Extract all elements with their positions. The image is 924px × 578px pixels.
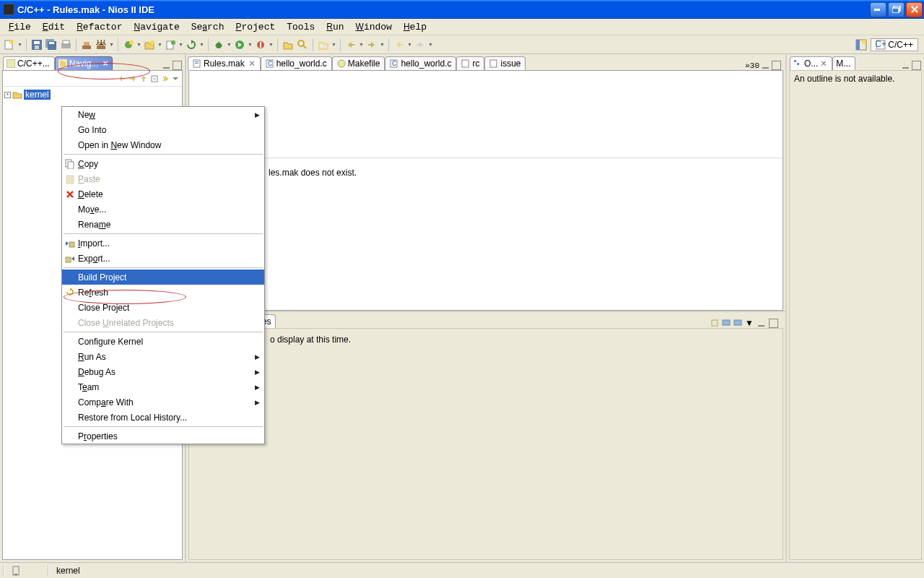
menu-icon[interactable]: [172, 75, 179, 82]
refresh-icon[interactable]: [185, 38, 198, 51]
maximize-view-icon[interactable]: [173, 61, 182, 70]
dropdown-icon[interactable]: ▼: [269, 39, 274, 51]
editor-tab-issue[interactable]: issue: [484, 56, 526, 70]
ctx-move[interactable]: Move...: [62, 202, 264, 217]
minimize-editor-icon[interactable]: [761, 61, 770, 70]
new-folder-icon[interactable]: [143, 38, 156, 51]
link-editor-icon[interactable]: [161, 74, 170, 83]
dropdown-icon[interactable]: ▼: [248, 39, 253, 51]
dropdown-icon[interactable]: ▼: [745, 318, 754, 328]
next-annotation-icon[interactable]: [365, 38, 378, 51]
up-icon[interactable]: [139, 74, 148, 83]
ctx-run-as[interactable]: Run As▶: [62, 349, 264, 364]
minimize-button[interactable]: [870, 2, 886, 17]
search-icon[interactable]: [296, 38, 309, 51]
run-icon[interactable]: [233, 38, 246, 51]
editor-tab-rc[interactable]: rc: [456, 56, 484, 70]
menu-run[interactable]: Run: [321, 20, 349, 34]
menu-file[interactable]: File: [3, 20, 37, 34]
display-icon[interactable]: [722, 319, 731, 327]
menu-window[interactable]: Window: [350, 20, 398, 34]
tab-navigator[interactable]: Navig... ×: [55, 56, 113, 70]
ctx-build-project[interactable]: Build Project: [62, 269, 264, 285]
dropdown-icon[interactable]: ▼: [331, 39, 336, 51]
menu-search[interactable]: Search: [186, 20, 230, 34]
dropdown-icon[interactable]: ▼: [380, 39, 385, 51]
menu-refactor[interactable]: Refactor: [71, 20, 128, 34]
ctx-go-into[interactable]: Go Into: [62, 122, 264, 137]
close-icon[interactable]: ✕: [247, 59, 256, 69]
tab-make[interactable]: M...: [832, 56, 855, 70]
dropdown-icon[interactable]: ▼: [136, 39, 141, 51]
dropdown-icon[interactable]: ▼: [178, 39, 183, 51]
toggle-mark-icon[interactable]: [317, 38, 330, 51]
menu-help[interactable]: Help: [398, 20, 432, 34]
external-tools-icon[interactable]: [254, 38, 267, 51]
dropdown-icon[interactable]: ▼: [17, 39, 22, 51]
open-type-icon[interactable]: [282, 38, 295, 51]
editor-tab-makefile[interactable]: Makefile: [332, 56, 385, 70]
tree-item-kernel[interactable]: + kernel: [4, 90, 180, 100]
pin-console-icon[interactable]: [710, 319, 719, 327]
expand-icon[interactable]: +: [4, 92, 11, 98]
minimize-view-icon[interactable]: [757, 319, 766, 328]
menu-edit[interactable]: Edit: [37, 20, 71, 34]
menu-project[interactable]: Project: [230, 20, 281, 34]
build-icon[interactable]: [80, 38, 93, 51]
save-icon[interactable]: [30, 38, 43, 51]
perspective-button[interactable]: C+ C/C++: [871, 38, 918, 51]
save-all-icon[interactable]: [45, 38, 58, 51]
dropdown-icon[interactable]: ▼: [109, 39, 114, 51]
menu-tools[interactable]: Tools: [281, 20, 321, 34]
editor-tab-hello1[interactable]: c hello_world.c: [261, 56, 332, 70]
ctx-import[interactable]: Import...: [62, 236, 264, 251]
ctx-close-project[interactable]: Close Project: [62, 300, 264, 315]
forward-icon[interactable]: [414, 38, 427, 51]
dropdown-icon[interactable]: ▼: [407, 39, 412, 51]
open-console-icon[interactable]: [733, 319, 742, 327]
new-icon[interactable]: [3, 38, 16, 51]
restore-button[interactable]: [888, 2, 905, 17]
maximize-view-icon[interactable]: [769, 319, 778, 328]
ctx-configure-kernel[interactable]: Configure Kernel: [62, 334, 264, 349]
back-icon[interactable]: [118, 74, 126, 83]
ctx-export[interactable]: Export...: [62, 251, 264, 266]
build-all-icon[interactable]: 010: [95, 38, 108, 51]
ctx-refresh[interactable]: Refresh: [62, 285, 264, 300]
tab-outline[interactable]: O... ✕: [790, 56, 832, 70]
close-icon[interactable]: ✕: [820, 59, 827, 69]
editor-tab-rules[interactable]: Rules.mak ✕: [188, 56, 261, 70]
new-file-icon[interactable]: [164, 38, 177, 51]
dropdown-icon[interactable]: ▼: [428, 39, 433, 51]
maximize-view-icon[interactable]: [912, 61, 921, 70]
dropdown-icon[interactable]: ▼: [227, 39, 232, 51]
ctx-compare-with[interactable]: Compare With▶: [62, 394, 264, 410]
ctx-delete[interactable]: Delete: [62, 186, 264, 202]
more-tabs[interactable]: »30: [745, 61, 759, 70]
ctx-new[interactable]: New▶: [62, 107, 264, 122]
ctx-copy[interactable]: Copy: [62, 156, 264, 171]
maximize-editor-icon[interactable]: [772, 61, 781, 70]
editor-area[interactable]: les.mak does not exist.: [188, 70, 783, 311]
minimize-view-icon[interactable]: [162, 61, 171, 70]
ctx-open-new-window[interactable]: Open in New Window: [62, 137, 264, 152]
menu-navigate[interactable]: Navigate: [128, 20, 185, 34]
console-body[interactable]: o display at this time.: [188, 328, 783, 560]
minimize-view-icon[interactable]: [901, 61, 910, 70]
back-icon[interactable]: [393, 38, 406, 51]
ctx-properties[interactable]: Properties: [62, 428, 264, 444]
forward-icon[interactable]: [128, 74, 137, 83]
debug-icon[interactable]: [212, 38, 225, 51]
close-icon[interactable]: ×: [100, 59, 108, 69]
editor-tab-hello2[interactable]: c hello_world.c: [385, 56, 456, 70]
ctx-team[interactable]: Team▶: [62, 379, 264, 394]
print-icon[interactable]: [59, 38, 72, 51]
collapse-all-icon[interactable]: [150, 74, 159, 83]
dropdown-icon[interactable]: ▼: [157, 39, 162, 51]
dropdown-icon[interactable]: ▼: [359, 39, 364, 51]
ctx-rename[interactable]: Rename: [62, 217, 264, 232]
ctx-debug-as[interactable]: Debug As▶: [62, 364, 264, 379]
prev-annotation-icon[interactable]: [344, 38, 357, 51]
ctx-restore-history[interactable]: Restore from Local History...: [62, 410, 264, 425]
close-button[interactable]: [906, 2, 923, 17]
